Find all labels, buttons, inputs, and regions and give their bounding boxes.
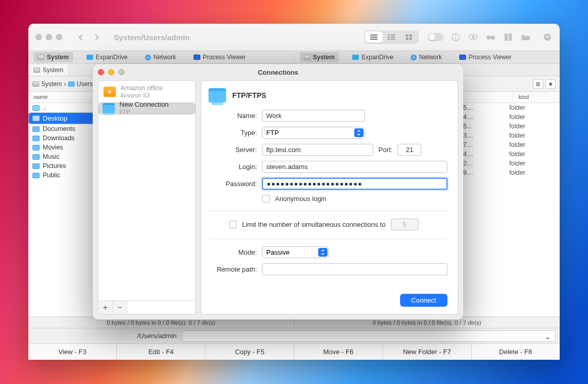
subtab-system[interactable]: System xyxy=(28,64,69,76)
connection-form: FTP/FTPS Name: Type: FTP Server: Port: L… xyxy=(201,80,458,314)
titlebar: System/Users/admin xyxy=(28,24,560,51)
label-type: Type: xyxy=(209,129,257,137)
forward-button[interactable] xyxy=(90,31,103,43)
fn-move[interactable]: Move - F6 xyxy=(295,344,383,360)
svg-point-17 xyxy=(472,36,475,39)
connection-amazon[interactable]: a Amazon officeAmazon S3 xyxy=(98,81,195,103)
current-path: /Users/admin xyxy=(32,332,177,340)
window-path: System/Users/admin xyxy=(114,33,190,42)
svg-rect-12 xyxy=(409,38,412,40)
star-icon[interactable]: ★ xyxy=(545,79,556,89)
preview-icon[interactable] xyxy=(468,32,478,42)
traffic-lights xyxy=(36,34,62,40)
label-anonymous: Anonymous login xyxy=(275,195,326,203)
remove-connection-button[interactable]: − xyxy=(113,301,127,314)
connections-sidebar: a Amazon officeAmazon S3 New ConnectionF… xyxy=(98,80,196,314)
label-port: Port: xyxy=(378,146,392,154)
svg-rect-0 xyxy=(370,35,377,36)
connection-new[interactable]: New ConnectionFTP xyxy=(98,103,195,114)
function-keys: View - F3 Edit - F4 Copy - F5 Move - F6 … xyxy=(28,343,560,360)
tab-network-right[interactable]: Network xyxy=(407,52,446,62)
path-combo[interactable] xyxy=(182,330,556,342)
amazon-icon: a xyxy=(103,87,116,97)
panel-title: FTP/FTPS xyxy=(232,91,266,99)
fn-edit[interactable]: Edit - F4 xyxy=(117,344,205,360)
server-input[interactable] xyxy=(262,144,373,156)
dialog-minimize-icon[interactable] xyxy=(108,69,114,75)
tab-system-right[interactable]: System xyxy=(300,52,339,62)
back-button[interactable] xyxy=(74,31,87,43)
path-bar: /Users/admin xyxy=(28,328,560,343)
password-input[interactable] xyxy=(262,178,447,190)
tab-network-left[interactable]: Network xyxy=(141,52,180,62)
ftp-large-icon xyxy=(209,88,226,103)
folder-icon[interactable] xyxy=(521,32,531,42)
fn-view[interactable]: View - F3 xyxy=(28,344,117,360)
svg-rect-5 xyxy=(388,37,390,38)
nav-buttons xyxy=(74,31,103,43)
svg-rect-7 xyxy=(388,39,390,40)
dialog-close-icon[interactable] xyxy=(98,69,104,75)
download-icon[interactable] xyxy=(542,32,552,42)
tab-expandrive-right[interactable]: ExpanDrive xyxy=(348,52,397,62)
view-mode-segment[interactable] xyxy=(364,30,419,44)
svg-rect-8 xyxy=(391,39,395,40)
tab-expandrive-left[interactable]: ExpanDrive xyxy=(82,52,132,62)
info-icon[interactable] xyxy=(451,32,461,42)
add-connection-button[interactable]: + xyxy=(98,301,113,314)
svg-rect-3 xyxy=(388,35,390,36)
label-name: Name: xyxy=(209,112,257,120)
svg-rect-10 xyxy=(409,35,412,37)
port-input[interactable] xyxy=(397,144,421,156)
svg-rect-1 xyxy=(370,37,377,38)
list-style-icon[interactable]: ≣ xyxy=(533,79,543,89)
dual-pane-icon[interactable] xyxy=(503,32,513,42)
svg-rect-15 xyxy=(455,37,456,39)
svg-point-14 xyxy=(455,35,456,36)
connections-dialog: Connections a Amazon officeAmazon S3 New… xyxy=(93,64,463,320)
svg-rect-4 xyxy=(391,35,395,36)
view-list-icon[interactable] xyxy=(365,31,383,43)
zoom-icon[interactable] xyxy=(56,34,62,40)
limit-checkbox[interactable] xyxy=(229,221,237,228)
svg-point-19 xyxy=(491,36,495,40)
svg-rect-9 xyxy=(406,35,408,37)
label-limit: Limit the number of simultaneous connect… xyxy=(242,221,386,228)
source-tabbar: System ExpanDrive Network Process Viewer… xyxy=(28,51,560,64)
connect-button[interactable]: Connect xyxy=(400,294,447,307)
label-password: Password: xyxy=(209,180,257,188)
label-login: Login: xyxy=(209,163,257,171)
svg-rect-2 xyxy=(370,39,377,40)
type-select[interactable]: FTP xyxy=(262,127,365,139)
fn-copy[interactable]: Copy - F5 xyxy=(205,344,294,360)
svg-point-18 xyxy=(487,36,491,40)
remote-path-input[interactable] xyxy=(262,263,447,275)
tab-process-left[interactable]: Process Viewer xyxy=(189,52,250,62)
svg-rect-21 xyxy=(509,34,512,41)
tab-process-right[interactable]: Process Viewer xyxy=(455,52,515,62)
view-columns-icon[interactable] xyxy=(383,31,400,43)
dialog-zoom-icon[interactable] xyxy=(118,69,125,75)
label-mode: Mode: xyxy=(209,248,257,256)
view-grid-icon[interactable] xyxy=(400,31,418,43)
tab-system-left[interactable]: System xyxy=(33,52,73,62)
login-input[interactable] xyxy=(262,161,447,173)
name-input[interactable] xyxy=(262,110,365,122)
dialog-title: Connections xyxy=(93,64,463,80)
label-remote: Remote path: xyxy=(209,265,257,273)
ftp-icon xyxy=(102,103,115,113)
mode-select[interactable]: Passive xyxy=(262,246,329,258)
fn-delete[interactable]: Delete - F8 xyxy=(472,344,560,360)
anonymous-checkbox[interactable] xyxy=(262,195,270,203)
minimize-icon[interactable] xyxy=(46,34,52,40)
svg-rect-20 xyxy=(505,34,508,41)
binoculars-icon[interactable] xyxy=(486,32,496,42)
svg-rect-6 xyxy=(391,37,395,38)
close-icon[interactable] xyxy=(36,34,42,40)
label-server: Server: xyxy=(209,146,257,154)
fn-newfolder[interactable]: New Folder - F7 xyxy=(383,344,472,360)
hidden-files-toggle[interactable] xyxy=(428,33,443,41)
limit-input[interactable] xyxy=(391,219,419,230)
toolbar-icons xyxy=(428,32,552,42)
svg-rect-11 xyxy=(406,38,408,40)
